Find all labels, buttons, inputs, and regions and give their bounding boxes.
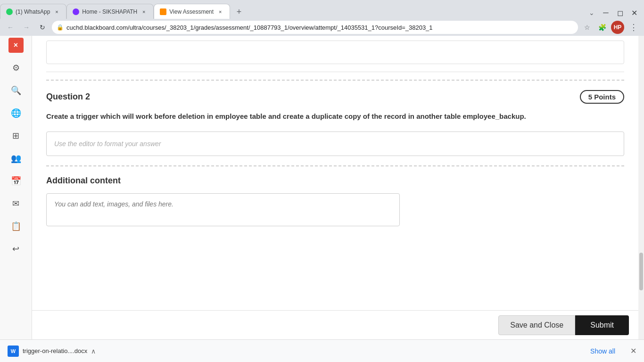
sidebar-item-settings[interactable]: ⚙ bbox=[6, 58, 26, 78]
tab-whatsapp-close[interactable]: × bbox=[53, 8, 60, 16]
previous-answer-area bbox=[32, 36, 638, 64]
address-bar: ← → ↻ 🔒 cuchd.blackboard.com/ultra/cours… bbox=[0, 19, 644, 36]
question-title: Question 2 bbox=[46, 92, 90, 102]
main-content: Question 2 5 Points Create a trigger whi… bbox=[32, 36, 638, 339]
extensions-button[interactable]: 🧩 bbox=[596, 21, 608, 33]
tab-assessment-label: View Assessment bbox=[169, 8, 214, 15]
question-text-strong: Create a trigger which will work before … bbox=[46, 112, 526, 120]
back-button[interactable]: ← bbox=[4, 21, 17, 34]
question-2-section: Question 2 5 Points Create a trigger whi… bbox=[32, 81, 638, 165]
tab-whatsapp-label: (1) WhatsApp bbox=[16, 8, 50, 15]
notes-icon: 📋 bbox=[11, 221, 21, 231]
answer-placeholder: Use the editor to format your answer bbox=[54, 140, 161, 148]
sidebar-item-grid[interactable]: ⊞ bbox=[6, 125, 26, 146]
scrollbar[interactable] bbox=[638, 36, 644, 362]
download-item: W trigger-on-relatio....docx ∧ bbox=[8, 346, 96, 357]
sidebar-item-notes[interactable]: 📋 bbox=[6, 216, 26, 237]
bottom-action-bar: Save and Close Submit bbox=[32, 310, 638, 339]
tab-whatsapp[interactable]: (1) WhatsApp × bbox=[0, 4, 66, 19]
scrollbar-thumb[interactable] bbox=[639, 253, 643, 290]
search-icon: 🔍 bbox=[11, 85, 21, 96]
profile-button[interactable]: HP bbox=[611, 21, 624, 34]
url-text: cuchd.blackboard.com/ultra/courses/_3820… bbox=[66, 24, 573, 31]
download-chevron-icon[interactable]: ∧ bbox=[91, 347, 96, 355]
sidebar-item-calendar[interactable]: 📅 bbox=[6, 171, 26, 191]
previous-answer-input[interactable] bbox=[46, 41, 624, 64]
downloads-bar: W trigger-on-relatio....docx ∧ Show all … bbox=[0, 339, 644, 362]
content-inner: Question 2 5 Points Create a trigger whi… bbox=[32, 36, 638, 275]
new-tab-button[interactable]: + bbox=[232, 5, 246, 19]
whatsapp-favicon bbox=[6, 8, 13, 15]
tab-assessment-close[interactable]: × bbox=[216, 8, 224, 16]
tab-bar: (1) WhatsApp × Home - SIKSHAPATH × View … bbox=[0, 0, 644, 19]
sidebar: × ⚙ 🔍 🌐 ⊞ 👥 📅 ✉ 📋 ↩ bbox=[0, 36, 32, 362]
sidebar-item-back[interactable]: ↩ bbox=[6, 239, 26, 259]
additional-section: Additional content bbox=[32, 166, 638, 238]
tab-list-button[interactable]: ⌄ bbox=[586, 7, 598, 19]
additional-title: Additional content bbox=[46, 176, 624, 186]
show-all-button[interactable]: Show all bbox=[590, 347, 615, 355]
tab-assessment[interactable]: View Assessment × bbox=[154, 4, 230, 19]
sidebar-item-people[interactable]: 👥 bbox=[6, 148, 26, 169]
submit-button[interactable]: Submit bbox=[575, 315, 629, 335]
bookmark-button[interactable]: ☆ bbox=[581, 21, 593, 33]
points-badge: 5 Points bbox=[580, 90, 624, 104]
globe-icon: 🌐 bbox=[11, 108, 21, 118]
settings-icon: ⚙ bbox=[12, 63, 20, 73]
minimize-button[interactable]: ─ bbox=[600, 7, 612, 19]
sikshapath-favicon bbox=[73, 8, 79, 15]
sidebar-item-globe[interactable]: 🌐 bbox=[6, 103, 26, 123]
sidebar-close-button[interactable]: × bbox=[8, 38, 24, 53]
url-bar[interactable]: 🔒 cuchd.blackboard.com/ultra/courses/_38… bbox=[52, 21, 578, 34]
downloads-right: Show all ✕ bbox=[590, 346, 636, 355]
download-file-name: trigger-on-relatio....docx bbox=[23, 347, 87, 354]
window-controls: ⌄ ─ ◻ ✕ bbox=[586, 7, 644, 19]
tab-sikshapath-label: Home - SIKSHAPATH bbox=[82, 8, 137, 15]
tab-sikshapath[interactable]: Home - SIKSHAPATH × bbox=[66, 4, 154, 19]
downloads-close-button[interactable]: ✕ bbox=[630, 346, 636, 355]
chrome-menu-button[interactable]: ⋮ bbox=[627, 21, 640, 34]
security-lock-icon: 🔒 bbox=[57, 24, 64, 31]
calendar-icon: 📅 bbox=[11, 176, 21, 186]
reload-button[interactable]: ↻ bbox=[36, 21, 49, 34]
additional-textarea[interactable] bbox=[46, 193, 400, 226]
word-icon: W bbox=[11, 348, 16, 354]
close-window-button[interactable]: ✕ bbox=[628, 7, 640, 19]
section-divider-top bbox=[46, 72, 624, 72]
question-header: Question 2 5 Points bbox=[46, 90, 624, 104]
sidebar-item-search[interactable]: 🔍 bbox=[6, 80, 26, 101]
maximize-button[interactable]: ◻ bbox=[614, 7, 626, 19]
save-close-button[interactable]: Save and Close bbox=[498, 315, 575, 335]
forward-button[interactable]: → bbox=[20, 21, 33, 34]
mail-icon: ✉ bbox=[12, 198, 19, 209]
question-text: Create a trigger which will work before … bbox=[46, 111, 624, 122]
answer-input[interactable]: Use the editor to format your answer bbox=[46, 132, 624, 156]
download-file-icon: W bbox=[8, 346, 19, 357]
tab-sikshapath-close[interactable]: × bbox=[140, 8, 148, 16]
assessment-favicon bbox=[160, 8, 166, 15]
grid-icon: ⊞ bbox=[12, 131, 19, 141]
sidebar-item-mail[interactable]: ✉ bbox=[6, 193, 26, 214]
browser-chrome: (1) WhatsApp × Home - SIKSHAPATH × View … bbox=[0, 0, 644, 36]
back-icon: ↩ bbox=[12, 244, 19, 254]
people-icon: 👥 bbox=[11, 153, 21, 164]
